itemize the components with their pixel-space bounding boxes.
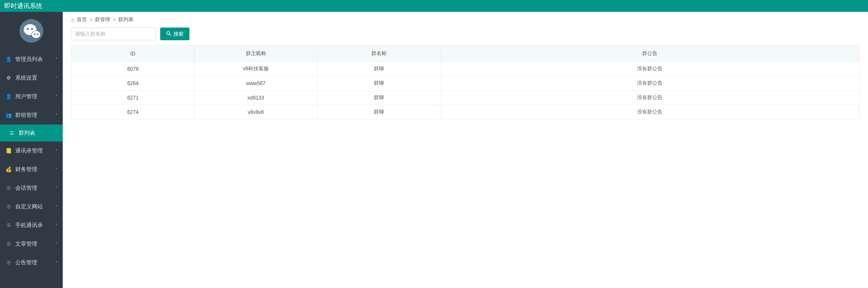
sidebar-item-label: 系统设置 <box>15 74 37 82</box>
cell-id: 6274 <box>72 105 195 119</box>
chevron-down-icon: ˅ <box>56 149 58 153</box>
cell-owner: v8科技客服 <box>195 62 317 76</box>
chevron-down-icon: ˅ <box>56 205 58 209</box>
sidebar-item-2[interactable]: 👤用户管理˅ <box>0 87 63 106</box>
breadcrumb-home[interactable]: 首页 <box>77 16 87 23</box>
sidebar-item-label: 群组管理 <box>15 111 37 119</box>
cell-notice: 没有群公告 <box>440 91 860 105</box>
wechat-logo-icon <box>19 19 43 43</box>
chevron-down-icon: ˅ <box>56 260 58 265</box>
search-input[interactable] <box>71 28 156 40</box>
table-row[interactable]: 6274v8v8v8群聊没有群公告 <box>72 105 860 119</box>
search-button-label: 搜索 <box>173 30 184 38</box>
svg-line-1 <box>170 34 171 36</box>
person-icon: 👤 <box>5 56 12 62</box>
cell-owner: www567 <box>195 76 317 91</box>
cell-name: 群聊 <box>317 62 440 76</box>
sidebar-subitem-group-list[interactable]: ☰群列表 <box>0 125 63 141</box>
th-name: 群名称 <box>317 46 440 62</box>
sidebar-item-label: 公告管理 <box>15 259 37 266</box>
list-icon: ☰ <box>8 130 15 136</box>
th-notice: 群公告 <box>440 46 860 62</box>
chevron-down-icon: ˅ <box>56 167 58 172</box>
sidebar-item-label: 财务管理 <box>15 166 37 173</box>
cell-owner: v8v8v8 <box>195 105 317 119</box>
cell-notice: 没有群公告 <box>440 76 860 91</box>
group-icon: 👥 <box>5 112 12 118</box>
sidebar-item-label: 会话管理 <box>15 184 37 192</box>
sidebar-item-1[interactable]: ⚙系统设置˅ <box>0 69 63 87</box>
svg-point-0 <box>167 31 170 34</box>
table-row[interactable]: 6271xd8133群聊没有群公告 <box>72 91 860 105</box>
chevron-down-icon: ˅ <box>56 94 58 99</box>
sidebar-nav: 👤管理员列表˅⚙系统设置˅👤用户管理˅👥群组管理˄☰群列表📒通讯录管理˅💰财务管… <box>0 50 63 288</box>
sidebar-item-label: 自定义网站 <box>15 203 43 210</box>
sidebar-item-6[interactable]: ☉会话管理˅ <box>0 179 63 197</box>
home-icon: ⌂ <box>71 17 74 23</box>
table-row[interactable]: 6264www567群聊没有群公告 <box>72 76 860 91</box>
sidebar-item-9[interactable]: ☉文章管理˅ <box>0 235 63 253</box>
search-button[interactable]: 搜索 <box>160 28 189 40</box>
sidebar-item-label: 用户管理 <box>15 93 37 100</box>
cell-id: 6264 <box>72 76 195 91</box>
breadcrumb-sep: > <box>89 17 92 23</box>
sidebar-subitem-label: 群列表 <box>19 129 35 137</box>
group-table: ID 群主昵称 群名称 群公告 6078v8科技客服群聊没有群公告6264www… <box>71 45 860 119</box>
table-row[interactable]: 6078v8科技客服群聊没有群公告 <box>72 62 860 76</box>
breadcrumb-level1[interactable]: 群管理 <box>95 16 110 23</box>
chevron-down-icon: ˅ <box>56 223 58 228</box>
article-icon: ☉ <box>5 241 12 247</box>
user-icon: 👤 <box>5 94 12 100</box>
sidebar-item-5[interactable]: 💰财务管理˅ <box>0 160 63 179</box>
breadcrumb: ⌂ 首页 > 群管理 > 群列表 <box>63 12 868 28</box>
top-bar: 即时通讯系统 <box>0 0 868 12</box>
cell-name: 群聊 <box>317 105 440 119</box>
sidebar-item-3[interactable]: 👥群组管理˄ <box>0 106 63 125</box>
cell-id: 6078 <box>72 62 195 76</box>
gear-icon: ⚙ <box>5 75 12 81</box>
cell-id: 6271 <box>72 91 195 105</box>
cell-notice: 没有群公告 <box>440 105 860 119</box>
th-id: ID <box>72 46 195 62</box>
site-icon: ☉ <box>5 204 12 210</box>
sidebar-item-8[interactable]: ☉手机通讯录˅ <box>0 216 63 235</box>
th-owner: 群主昵称 <box>195 46 317 62</box>
finance-icon: 💰 <box>5 166 12 172</box>
sidebar-item-label: 管理员列表 <box>15 55 43 63</box>
content-area: ⌂ 首页 > 群管理 > 群列表 搜索 <box>63 12 868 288</box>
phone-icon: ☉ <box>5 222 12 228</box>
search-icon <box>166 31 171 37</box>
cell-owner: xd8133 <box>195 91 317 105</box>
contacts-icon: 📒 <box>5 148 12 154</box>
chevron-down-icon: ˅ <box>56 76 58 80</box>
cell-notice: 没有群公告 <box>440 62 860 76</box>
chevron-down-icon: ˅ <box>56 186 58 191</box>
sidebar-item-label: 通讯录管理 <box>15 147 43 155</box>
search-row: 搜索 <box>71 28 860 40</box>
sidebar: 👤管理员列表˅⚙系统设置˅👤用户管理˅👥群组管理˄☰群列表📒通讯录管理˅💰财务管… <box>0 12 63 288</box>
app-title: 即时通讯系统 <box>4 2 42 10</box>
sidebar-item-0[interactable]: 👤管理员列表˅ <box>0 50 63 69</box>
sidebar-item-label: 文章管理 <box>15 240 37 248</box>
sidebar-item-7[interactable]: ☉自定义网站˅ <box>0 197 63 216</box>
chat-icon: ☉ <box>5 185 12 191</box>
sidebar-item-4[interactable]: 📒通讯录管理˅ <box>0 141 63 160</box>
notice-icon: ☉ <box>5 260 12 266</box>
cell-name: 群聊 <box>317 91 440 105</box>
cell-name: 群聊 <box>317 76 440 91</box>
logo-wrap <box>0 12 63 50</box>
chevron-down-icon: ˅ <box>56 57 58 62</box>
sidebar-item-10[interactable]: ☉公告管理˅ <box>0 253 63 272</box>
breadcrumb-level2: 群列表 <box>118 16 134 23</box>
breadcrumb-sep: > <box>113 17 116 23</box>
chevron-down-icon: ˅ <box>56 242 58 246</box>
chevron-up-icon: ˄ <box>56 113 58 118</box>
sidebar-item-label: 手机通讯录 <box>15 222 43 229</box>
